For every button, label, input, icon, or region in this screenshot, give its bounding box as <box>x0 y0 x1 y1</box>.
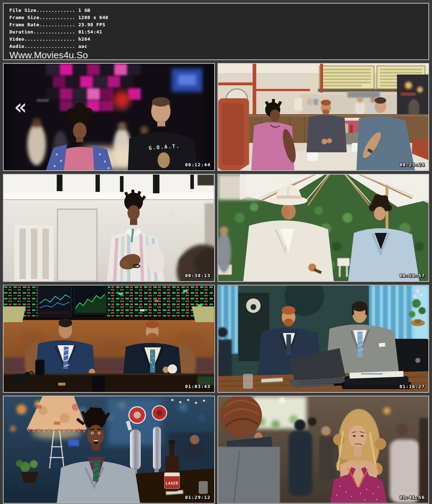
info-line-frame-rate: Frame Rate............ 23.98 FPS <box>9 21 423 28</box>
info-line-file-size: File Size............. 1 GB <box>9 7 423 14</box>
scene-office-meeting <box>218 285 429 392</box>
screenshot-thumbnail-6: 01:16:27 <box>217 285 429 393</box>
screenshot-thumbnail-5: 01:03:43 <box>3 285 215 393</box>
timestamp-overlay: 01:03:43 <box>185 384 211 389</box>
timestamp-overlay: 00:38:13 <box>185 273 211 278</box>
lamp-right <box>192 306 214 322</box>
scene-loft <box>4 175 214 281</box>
timestamp-overlay: 01:16:27 <box>399 384 425 389</box>
scene-trading-office <box>4 285 214 392</box>
timestamp-overlay: 01:41:56 <box>399 495 425 500</box>
club-logo: « <box>14 95 27 119</box>
site-brand: Www.Movies4u.So <box>9 50 423 60</box>
lamp-left <box>4 306 26 322</box>
screenshot-thumbnail-1: « <box>3 63 215 171</box>
chart-monitor-left <box>38 285 72 316</box>
scene-bar: LAGER <box>4 396 214 503</box>
desk <box>4 373 214 392</box>
water-glass <box>243 374 252 388</box>
timestamp-overlay: 01:29:12 <box>185 495 211 500</box>
scene-patio <box>218 175 429 281</box>
shot-glass <box>199 481 208 494</box>
screenshot-grid: « <box>3 63 429 504</box>
screenshot-thumbnail-2: 00:25:28 <box>217 63 429 171</box>
info-line-duration: Duration.............. 01:54:41 <box>9 28 423 36</box>
info-line-frame-size: Frame Size............ 1280 x 640 <box>9 14 423 21</box>
screenshot-thumbnail-4: 00:50:57 <box>217 174 429 282</box>
scene-diner <box>218 64 429 170</box>
scene-nightclub: « <box>4 64 214 170</box>
bottle-label-text: LAGER <box>166 481 178 485</box>
loft-slat-panel <box>14 225 54 281</box>
scene-party <box>218 396 429 503</box>
timestamp-overlay: 00:25:28 <box>399 162 425 167</box>
chart-monitor-center <box>74 285 108 314</box>
screenshot-sheet: File Size............. 1 GB Frame Size..… <box>0 0 432 504</box>
screenshot-thumbnail-7: LAGER <box>3 396 215 504</box>
media-info-box: File Size............. 1 GB Frame Size..… <box>3 3 429 60</box>
info-line-audio: Audio................. aac <box>9 43 423 50</box>
screenshot-thumbnail-8: 01:41:56 <box>217 396 429 504</box>
info-line-video: Video................. h264 <box>9 36 423 43</box>
timestamp-overlay: 00:12:44 <box>185 162 211 167</box>
timestamp-overlay: 00:50:57 <box>399 273 425 278</box>
screenshot-thumbnail-3: 00:38:13 <box>3 174 215 282</box>
